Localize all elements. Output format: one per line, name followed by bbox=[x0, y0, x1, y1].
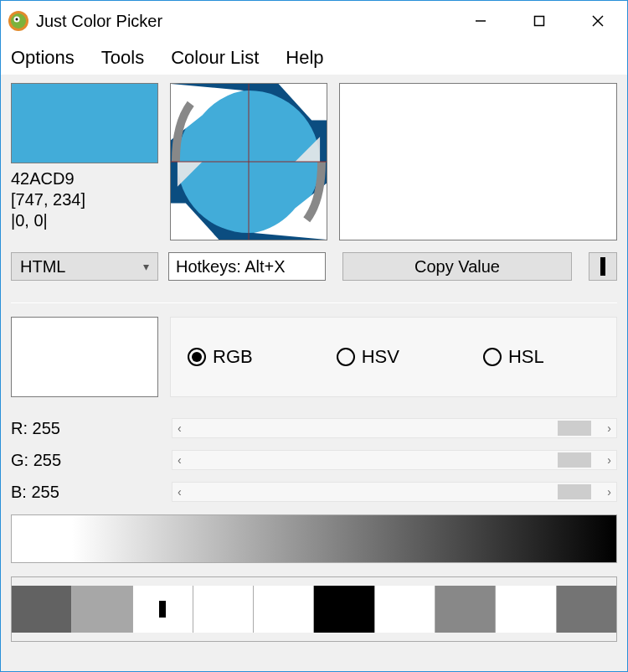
menu-help[interactable]: Help bbox=[282, 44, 327, 72]
magnifier-preview bbox=[170, 83, 327, 240]
client-area: 42ACD9 [747, 234] |0, 0| bbox=[1, 75, 627, 652]
radio-icon bbox=[188, 348, 206, 366]
mode-hsl-label: HSL bbox=[508, 346, 544, 368]
menu-options[interactable]: Options bbox=[8, 44, 78, 72]
palette-cell[interactable] bbox=[254, 586, 314, 633]
palette-cell[interactable] bbox=[193, 586, 254, 633]
hotkey-display[interactable]: Hotkeys: Alt+X bbox=[168, 252, 326, 281]
picked-color-info: 42ACD9 [747, 234] |0, 0| bbox=[11, 168, 158, 231]
g-channel-label: G: 255 bbox=[11, 451, 172, 470]
close-button[interactable] bbox=[569, 1, 627, 41]
arrow-right-icon[interactable]: › bbox=[607, 485, 611, 499]
palette-cell[interactable] bbox=[375, 586, 435, 633]
arrow-right-icon[interactable]: › bbox=[607, 453, 611, 467]
channel-sliders: R: 255 ‹ › G: 255 ‹ › B: 255 ‹ bbox=[11, 416, 617, 504]
palette-cell[interactable] bbox=[314, 586, 374, 633]
mode-rgb-radio[interactable]: RGB bbox=[188, 346, 253, 368]
radio-icon bbox=[483, 348, 502, 366]
gradient-bar[interactable] bbox=[11, 514, 617, 563]
format-selected-label: HTML bbox=[20, 257, 65, 277]
menu-colour-list[interactable]: Colour List bbox=[167, 44, 262, 72]
slider-thumb[interactable] bbox=[558, 484, 591, 499]
palette-cell[interactable] bbox=[496, 586, 556, 633]
svg-rect-5 bbox=[535, 17, 544, 26]
svg-point-3 bbox=[16, 18, 18, 21]
arrow-left-icon[interactable]: ‹ bbox=[178, 421, 182, 435]
palette-cell[interactable] bbox=[435, 586, 496, 633]
r-slider[interactable]: ‹ › bbox=[172, 418, 617, 438]
separator bbox=[11, 302, 617, 303]
window-title: Just Color Picker bbox=[36, 12, 162, 31]
picked-coords: [747, 234] bbox=[11, 189, 158, 210]
b-channel-label: B: 255 bbox=[11, 483, 172, 502]
contrast-bar-icon bbox=[600, 257, 605, 276]
palette-marker-icon bbox=[159, 601, 166, 618]
maximize-button[interactable] bbox=[510, 1, 569, 41]
format-select[interactable]: HTML ▾ bbox=[11, 252, 158, 281]
contrast-indicator[interactable] bbox=[589, 252, 617, 281]
radio-icon bbox=[337, 348, 355, 366]
palette-cell[interactable] bbox=[557, 586, 616, 633]
chevron-down-icon: ▾ bbox=[143, 260, 149, 273]
arrow-left-icon[interactable]: ‹ bbox=[178, 485, 182, 499]
picked-hex: 42ACD9 bbox=[11, 168, 158, 189]
g-slider[interactable]: ‹ › bbox=[172, 450, 617, 470]
mode-hsv-radio[interactable]: HSV bbox=[337, 346, 399, 368]
palette-cell[interactable] bbox=[12, 586, 72, 633]
palette-row bbox=[11, 576, 617, 642]
b-slider[interactable]: ‹ › bbox=[172, 482, 617, 502]
arrow-left-icon[interactable]: ‹ bbox=[178, 453, 182, 467]
minimize-button[interactable] bbox=[451, 1, 510, 41]
app-icon bbox=[8, 10, 29, 32]
mode-hsv-label: HSV bbox=[362, 346, 399, 368]
mode-hsl-radio[interactable]: HSL bbox=[483, 346, 544, 368]
menu-bar: Options Tools Colour List Help bbox=[1, 41, 627, 75]
menu-tools[interactable]: Tools bbox=[98, 44, 147, 72]
r-channel-label: R: 255 bbox=[11, 419, 172, 438]
copy-value-button[interactable]: Copy Value bbox=[342, 252, 572, 281]
picked-color-swatch bbox=[11, 83, 158, 163]
edit-color-swatch[interactable] bbox=[11, 317, 158, 397]
color-mode-panel: RGB HSV HSL bbox=[170, 317, 617, 397]
palette-cell[interactable] bbox=[72, 586, 132, 633]
title-bar: Just Color Picker bbox=[1, 1, 627, 41]
arrow-right-icon[interactable]: › bbox=[607, 421, 611, 435]
palette-cell[interactable] bbox=[133, 586, 193, 633]
mode-rgb-label: RGB bbox=[213, 346, 253, 368]
picked-delta: |0, 0| bbox=[11, 210, 158, 231]
slider-thumb[interactable] bbox=[558, 421, 591, 436]
colour-list-pane[interactable] bbox=[339, 83, 617, 240]
slider-thumb[interactable] bbox=[558, 452, 591, 468]
